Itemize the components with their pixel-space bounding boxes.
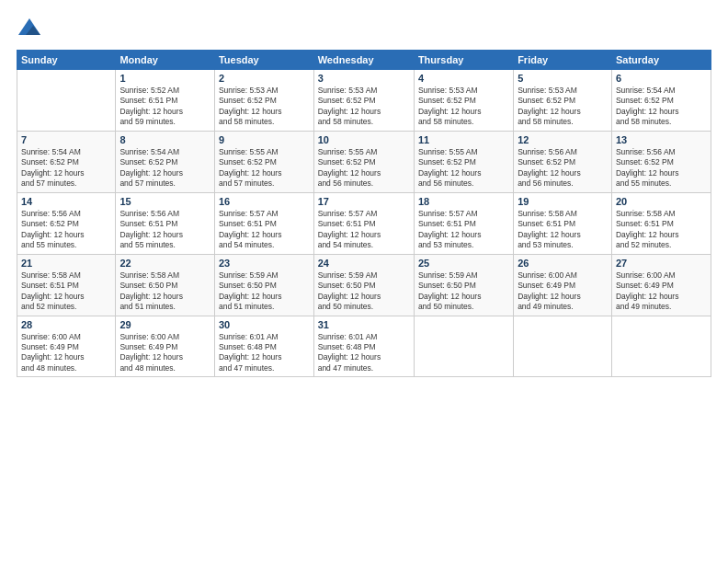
cell-text: Sunrise: 5:58 AM Sunset: 6:51 PM Dayligh… <box>21 270 111 313</box>
week-row-2: 7Sunrise: 5:54 AM Sunset: 6:52 PM Daylig… <box>17 131 711 192</box>
calendar-cell: 15Sunrise: 5:56 AM Sunset: 6:51 PM Dayli… <box>116 192 215 254</box>
calendar-cell: 6Sunrise: 5:54 AM Sunset: 6:52 PM Daylig… <box>611 70 711 132</box>
cell-text: Sunrise: 5:59 AM Sunset: 6:50 PM Dayligh… <box>318 270 410 313</box>
calendar-cell: 11Sunrise: 5:55 AM Sunset: 6:52 PM Dayli… <box>414 131 513 192</box>
day-number: 30 <box>219 319 310 330</box>
cell-text: Sunrise: 5:57 AM Sunset: 6:51 PM Dayligh… <box>219 209 310 251</box>
calendar-cell: 4Sunrise: 5:53 AM Sunset: 6:52 PM Daylig… <box>414 70 513 132</box>
calendar-cell: 17Sunrise: 5:57 AM Sunset: 6:51 PM Dayli… <box>313 192 414 254</box>
cell-text: Sunrise: 5:54 AM Sunset: 6:52 PM Dayligh… <box>21 147 111 190</box>
day-number: 27 <box>616 258 707 269</box>
day-number: 1 <box>119 73 210 84</box>
week-row-4: 21Sunrise: 5:58 AM Sunset: 6:51 PM Dayli… <box>17 254 711 316</box>
calendar-cell <box>17 70 116 132</box>
day-number: 3 <box>318 73 410 84</box>
calendar-cell: 31Sunrise: 6:01 AM Sunset: 6:48 PM Dayli… <box>313 316 414 377</box>
cell-text: Sunrise: 5:54 AM Sunset: 6:52 PM Dayligh… <box>119 147 210 190</box>
day-number: 21 <box>21 258 111 269</box>
day-number: 17 <box>318 196 410 207</box>
calendar-cell: 23Sunrise: 5:59 AM Sunset: 6:50 PM Dayli… <box>214 254 313 316</box>
week-row-3: 14Sunrise: 5:56 AM Sunset: 6:52 PM Dayli… <box>17 192 711 254</box>
day-number: 14 <box>21 196 111 207</box>
logo <box>17 17 46 42</box>
cell-text: Sunrise: 6:00 AM Sunset: 6:49 PM Dayligh… <box>616 270 707 313</box>
col-header-saturday: Saturday <box>611 51 711 70</box>
cell-text: Sunrise: 5:59 AM Sunset: 6:50 PM Dayligh… <box>418 270 509 313</box>
calendar-cell: 14Sunrise: 5:56 AM Sunset: 6:52 PM Dayli… <box>17 192 116 254</box>
cell-text: Sunrise: 6:00 AM Sunset: 6:49 PM Dayligh… <box>119 332 210 374</box>
day-number: 15 <box>119 196 210 207</box>
day-number: 16 <box>219 196 310 207</box>
cell-text: Sunrise: 5:57 AM Sunset: 6:51 PM Dayligh… <box>418 209 509 251</box>
calendar-cell: 25Sunrise: 5:59 AM Sunset: 6:50 PM Dayli… <box>414 254 513 316</box>
day-number: 18 <box>418 196 509 207</box>
calendar-cell: 30Sunrise: 6:01 AM Sunset: 6:48 PM Dayli… <box>214 316 313 377</box>
day-number: 2 <box>219 73 310 84</box>
cell-text: Sunrise: 5:56 AM Sunset: 6:51 PM Dayligh… <box>119 209 210 251</box>
cell-text: Sunrise: 5:53 AM Sunset: 6:52 PM Dayligh… <box>518 86 608 128</box>
cell-text: Sunrise: 5:59 AM Sunset: 6:50 PM Dayligh… <box>219 270 310 313</box>
day-number: 26 <box>518 258 608 269</box>
calendar-cell: 26Sunrise: 6:00 AM Sunset: 6:49 PM Dayli… <box>514 254 612 316</box>
calendar-cell: 9Sunrise: 5:55 AM Sunset: 6:52 PM Daylig… <box>214 131 313 192</box>
day-number: 28 <box>21 319 111 330</box>
calendar-cell: 10Sunrise: 5:55 AM Sunset: 6:52 PM Dayli… <box>313 131 414 192</box>
col-header-tuesday: Tuesday <box>214 51 313 70</box>
calendar-cell: 29Sunrise: 6:00 AM Sunset: 6:49 PM Dayli… <box>116 316 215 377</box>
day-number: 22 <box>119 258 210 269</box>
day-number: 19 <box>518 196 608 207</box>
cell-text: Sunrise: 5:53 AM Sunset: 6:52 PM Dayligh… <box>219 86 310 128</box>
col-header-thursday: Thursday <box>414 51 513 70</box>
cell-text: Sunrise: 5:56 AM Sunset: 6:52 PM Dayligh… <box>616 147 707 190</box>
calendar-cell: 20Sunrise: 5:58 AM Sunset: 6:51 PM Dayli… <box>611 192 711 254</box>
header <box>17 17 711 42</box>
col-header-wednesday: Wednesday <box>313 51 414 70</box>
calendar-cell: 12Sunrise: 5:56 AM Sunset: 6:52 PM Dayli… <box>514 131 612 192</box>
cell-text: Sunrise: 5:55 AM Sunset: 6:52 PM Dayligh… <box>219 147 310 190</box>
day-number: 25 <box>418 258 509 269</box>
cell-text: Sunrise: 6:01 AM Sunset: 6:48 PM Dayligh… <box>219 332 310 374</box>
day-number: 31 <box>318 319 410 330</box>
calendar-cell: 22Sunrise: 5:58 AM Sunset: 6:50 PM Dayli… <box>116 254 215 316</box>
calendar-cell: 28Sunrise: 6:00 AM Sunset: 6:49 PM Dayli… <box>17 316 116 377</box>
calendar-cell: 19Sunrise: 5:58 AM Sunset: 6:51 PM Dayli… <box>514 192 612 254</box>
cell-text: Sunrise: 5:52 AM Sunset: 6:51 PM Dayligh… <box>119 86 210 128</box>
day-number: 4 <box>418 73 509 84</box>
cell-text: Sunrise: 5:57 AM Sunset: 6:51 PM Dayligh… <box>318 209 410 251</box>
day-number: 9 <box>219 134 310 145</box>
col-header-monday: Monday <box>116 51 215 70</box>
cell-text: Sunrise: 5:55 AM Sunset: 6:52 PM Dayligh… <box>318 147 410 190</box>
calendar-cell: 7Sunrise: 5:54 AM Sunset: 6:52 PM Daylig… <box>17 131 116 192</box>
cell-text: Sunrise: 5:58 AM Sunset: 6:51 PM Dayligh… <box>616 209 707 251</box>
day-number: 12 <box>518 134 608 145</box>
calendar-cell <box>414 316 513 377</box>
week-row-5: 28Sunrise: 6:00 AM Sunset: 6:49 PM Dayli… <box>17 316 711 377</box>
day-number: 6 <box>616 73 707 84</box>
cell-text: Sunrise: 5:53 AM Sunset: 6:52 PM Dayligh… <box>318 86 410 128</box>
day-number: 11 <box>418 134 509 145</box>
calendar-cell: 5Sunrise: 5:53 AM Sunset: 6:52 PM Daylig… <box>514 70 612 132</box>
calendar-table: SundayMondayTuesdayWednesdayThursdayFrid… <box>17 50 711 377</box>
cell-text: Sunrise: 6:00 AM Sunset: 6:49 PM Dayligh… <box>518 270 608 313</box>
calendar-cell: 13Sunrise: 5:56 AM Sunset: 6:52 PM Dayli… <box>611 131 711 192</box>
cell-text: Sunrise: 5:58 AM Sunset: 6:51 PM Dayligh… <box>518 209 608 251</box>
cell-text: Sunrise: 5:58 AM Sunset: 6:50 PM Dayligh… <box>119 270 210 313</box>
day-number: 20 <box>616 196 707 207</box>
col-header-friday: Friday <box>514 51 612 70</box>
logo-icon <box>17 17 42 42</box>
cell-text: Sunrise: 6:01 AM Sunset: 6:48 PM Dayligh… <box>318 332 410 374</box>
col-header-sunday: Sunday <box>17 51 116 70</box>
cell-text: Sunrise: 5:53 AM Sunset: 6:52 PM Dayligh… <box>418 86 509 128</box>
cell-text: Sunrise: 5:54 AM Sunset: 6:52 PM Dayligh… <box>616 86 707 128</box>
calendar-cell: 8Sunrise: 5:54 AM Sunset: 6:52 PM Daylig… <box>116 131 215 192</box>
day-number: 10 <box>318 134 410 145</box>
cell-text: Sunrise: 5:55 AM Sunset: 6:52 PM Dayligh… <box>418 147 509 190</box>
day-number: 23 <box>219 258 310 269</box>
calendar-cell: 2Sunrise: 5:53 AM Sunset: 6:52 PM Daylig… <box>214 70 313 132</box>
calendar-cell: 21Sunrise: 5:58 AM Sunset: 6:51 PM Dayli… <box>17 254 116 316</box>
calendar-page: SundayMondayTuesdayWednesdayThursdayFrid… <box>0 0 728 563</box>
cell-text: Sunrise: 5:56 AM Sunset: 6:52 PM Dayligh… <box>21 209 111 251</box>
calendar-cell: 18Sunrise: 5:57 AM Sunset: 6:51 PM Dayli… <box>414 192 513 254</box>
calendar-cell: 16Sunrise: 5:57 AM Sunset: 6:51 PM Dayli… <box>214 192 313 254</box>
week-row-1: 1Sunrise: 5:52 AM Sunset: 6:51 PM Daylig… <box>17 70 711 132</box>
